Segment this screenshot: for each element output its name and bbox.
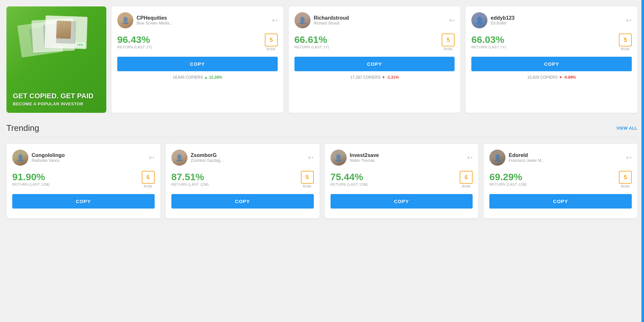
risk-col-zsombog: 5 RISK <box>301 171 314 188</box>
copiers-count-eddyb123: 10,829 COPIERS <box>527 75 558 80</box>
copy-button-richardstroud[interactable]: COPY <box>294 57 455 71</box>
avatar-cphequities: 👤 ★ <box>117 12 133 28</box>
avatar-congololingo: 👤 ★ <box>12 150 28 166</box>
card-header-eddyb123: 👤 ★ eddyb123 Ed Butler ≡ + <box>471 12 632 28</box>
realname-invest2save: Nobin Thomas <box>350 158 379 163</box>
copy-button-congololingo[interactable]: COPY <box>12 194 155 209</box>
add-icon: + <box>275 18 278 23</box>
menu-add-cphequities[interactable]: ≡ + <box>272 18 277 23</box>
copiers-change-eddyb123: -0.89% <box>563 75 576 80</box>
menu-add-eddyb123[interactable]: ≡ + <box>626 18 632 23</box>
username-cphequities[interactable]: CPHequities <box>137 15 172 21</box>
add-icon: + <box>152 155 155 160</box>
copiers-change-cphequities: 12.28% <box>209 75 222 80</box>
realname-eddyb123: Ed Butler <box>491 21 514 25</box>
investor-info-congololingo: Congololingo Radoslav Vanco <box>32 152 65 163</box>
star-icon-zsombog: ★ <box>184 161 187 166</box>
menu-lines-icon: ≡ <box>626 155 629 160</box>
copiers-count-cphequities: 18,845 COPIERS <box>173 75 203 80</box>
return-label-zsombog: RETURN (LAST 12M) <box>171 182 209 186</box>
star-icon-eddyb123: ★ <box>484 24 487 28</box>
risk-badge-cphequities: 5 <box>265 34 278 46</box>
menu-lines-icon: ≡ <box>467 155 470 160</box>
avatar-eddyb123: 👤 ★ <box>471 12 487 28</box>
return-row-invest2save: 75.44% RETURN (LAST 12M) 6 RISK <box>331 171 473 188</box>
copy-button-edoreld[interactable]: COPY <box>489 194 632 209</box>
investor-card-cphequities: 👤 ★ CPHequities Blue Screen Media... ≡ +… <box>111 6 284 113</box>
add-icon: + <box>630 18 632 23</box>
username-richardstroud[interactable]: Richardstroud <box>314 15 349 21</box>
return-row-richardstroud: 66.61% RETURN (LAST 1Y) 5 RISK <box>294 34 455 51</box>
return-value-edoreld: 69.29% <box>489 171 527 182</box>
copiers-change-richardstroud: -1.31% <box>387 75 399 80</box>
star-icon-congololingo: ★ <box>25 161 28 166</box>
risk-label-edoreld: RISK <box>621 184 630 188</box>
menu-lines-icon: ≡ <box>272 18 274 23</box>
promo-card[interactable]: +5% GET COPIED. GET PAID BECOME A POPULA… <box>6 6 106 113</box>
card-header-left: 👤 ★ CPHequities Blue Screen Media... <box>117 12 172 28</box>
return-value-zsombog: 87.51% <box>171 171 209 182</box>
risk-label-congololingo: RISK <box>144 184 153 188</box>
trending-title: Trending <box>6 123 39 133</box>
investor-card-invest2save: 👤 ★ Invest2save Nobin Thomas ≡ + 75.44% <box>325 144 479 218</box>
stacked-card-3: +5% <box>44 15 87 49</box>
return-label-invest2save: RETURN (LAST 12M) <box>331 182 368 186</box>
menu-add-richardstroud[interactable]: ≡ + <box>449 18 455 23</box>
menu-add-edoreld[interactable]: ≡ + <box>626 155 632 160</box>
investor-info-zsombog: ZsomborG Zsombor Gazdag ... <box>191 152 225 163</box>
avatar-richardstroud: 👤 ★ <box>294 12 311 28</box>
avatar-edoreld: 👤 ★ <box>489 150 505 166</box>
view-all-link[interactable]: VIEW ALL <box>616 126 638 131</box>
copiers-count-richardstroud: 17,287 COPIERS <box>350 75 380 80</box>
username-edoreld[interactable]: Edoreld <box>509 152 544 158</box>
return-label-richardstroud: RETURN (LAST 1Y) <box>294 45 329 49</box>
copy-button-cphequities[interactable]: COPY <box>117 57 278 71</box>
return-label-congololingo: RETURN (LAST 12M) <box>12 182 50 186</box>
card-header-zsombog: 👤 ★ ZsomborG Zsombor Gazdag ... ≡ + <box>171 150 314 166</box>
username-invest2save[interactable]: Invest2save <box>350 152 379 158</box>
add-icon: + <box>470 155 473 160</box>
add-icon: + <box>452 18 455 23</box>
risk-badge-invest2save: 6 <box>460 171 473 184</box>
risk-col-invest2save: 6 RISK <box>460 171 473 188</box>
realname-richardstroud: Richard Stroud <box>314 21 349 25</box>
copy-button-invest2save[interactable]: COPY <box>331 194 473 209</box>
investor-card-congololingo: 👤 ★ Congololingo Radoslav Vanco ≡ + 91.9… <box>6 144 160 218</box>
return-col: 69.29% RETURN (LAST 12M) <box>489 171 527 188</box>
return-value-congololingo: 91.90% <box>12 171 50 182</box>
return-col: 66.03% RETURN (LAST 1Y) <box>471 34 506 50</box>
star-icon-invest2save: ★ <box>343 161 347 166</box>
face-placeholder <box>56 21 76 44</box>
username-zsombog[interactable]: ZsomborG <box>191 152 225 158</box>
investor-info-cphequities: CPHequities Blue Screen Media... <box>137 15 172 25</box>
copy-button-eddyb123[interactable]: COPY <box>471 57 632 71</box>
return-row-eddyb123: 66.03% RETURN (LAST 1Y) 5 RISK <box>471 34 632 51</box>
return-label-edoreld: RETURN (LAST 12M) <box>489 182 527 186</box>
risk-badge-congololingo: 6 <box>142 171 155 184</box>
card-header-edoreld: 👤 ★ Edoreld Francisco Javier M... ≡ + <box>489 150 632 166</box>
avatar-invest2save: 👤 ★ <box>331 150 347 166</box>
menu-add-congololingo[interactable]: ≡ + <box>149 155 155 160</box>
risk-col-eddyb123: 5 RISK <box>619 34 632 51</box>
copiers-row-richardstroud: 17,287 COPIERS -1.31% <box>294 75 455 80</box>
menu-lines-icon: ≡ <box>626 18 629 23</box>
card-header-left: 👤 ★ Edoreld Francisco Javier M... <box>489 150 544 166</box>
risk-label-invest2save: RISK <box>462 184 471 188</box>
card-header-left: 👤 ★ Richardstroud Richard Stroud <box>294 12 349 28</box>
risk-label-zsombog: RISK <box>303 184 312 188</box>
investor-card-eddyb123: 👤 ★ eddyb123 Ed Butler ≡ + 66.03% RETUR <box>466 6 638 113</box>
menu-lines-icon: ≡ <box>149 155 152 160</box>
arrow-down-eddyb123 <box>559 75 563 80</box>
username-congololingo[interactable]: Congololingo <box>32 152 65 158</box>
menu-add-zsombog[interactable]: ≡ + <box>308 155 313 160</box>
avatar-zsombog: 👤 ★ <box>171 150 187 166</box>
username-eddyb123[interactable]: eddyb123 <box>491 15 514 21</box>
copy-button-zsombog[interactable]: COPY <box>171 194 314 209</box>
add-icon: + <box>311 155 313 160</box>
return-row-congololingo: 91.90% RETURN (LAST 12M) 6 RISK <box>12 171 155 188</box>
risk-col-richardstroud: 5 RISK <box>442 34 455 51</box>
trending-section: Trending VIEW ALL 👤 ★ Congololingo Rados… <box>6 123 638 218</box>
menu-add-invest2save[interactable]: ≡ + <box>467 155 473 160</box>
return-value-cphequities: 96.43% <box>117 34 152 45</box>
return-row-edoreld: 69.29% RETURN (LAST 12M) 5 RISK <box>489 171 632 188</box>
